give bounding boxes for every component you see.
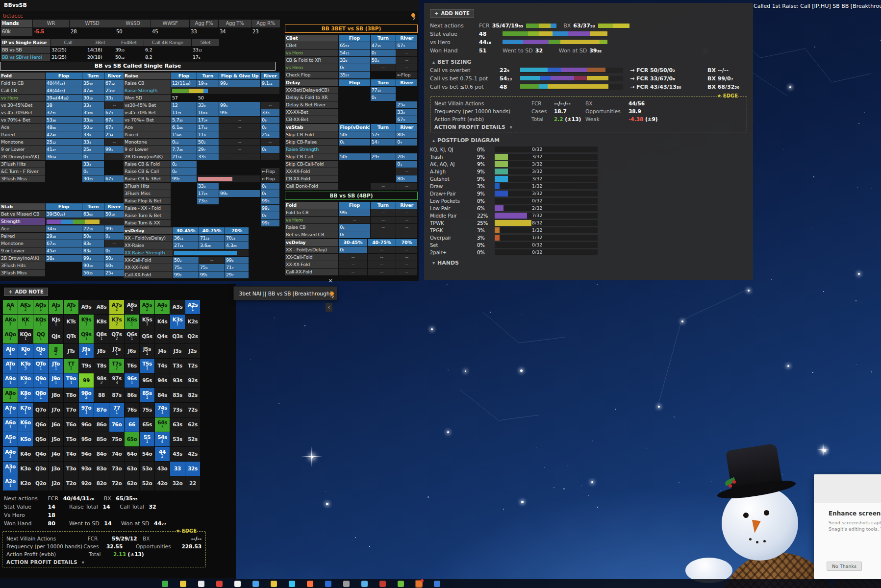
stat-cell[interactable]: 34 bbox=[219, 28, 251, 36]
stat-cell[interactable]: 11₉ bbox=[197, 131, 219, 138]
table-corner-label[interactable]: Hands bbox=[1, 20, 32, 27]
stat-cell[interactable]: 72₁₈ bbox=[82, 225, 104, 232]
stat-cell[interactable]: 12 bbox=[171, 102, 197, 109]
stat-cell[interactable]: 50₂ bbox=[173, 257, 199, 264]
column-header[interactable]: Turn bbox=[371, 79, 396, 86]
matrix-cell[interactable]: 42s bbox=[185, 447, 200, 461]
stat-cell[interactable]: 60₅ bbox=[104, 262, 124, 269]
matrix-cell[interactable]: A2o1 bbox=[3, 476, 18, 490]
stat-row-label[interactable]: 3Flush Miss bbox=[0, 175, 45, 182]
stat-cell[interactable]: 50₁₂ bbox=[114, 54, 144, 61]
column-header[interactable]: Flop bbox=[339, 202, 370, 209]
matrix-cell[interactable]: 83o bbox=[94, 462, 109, 476]
column-header[interactable]: 70% bbox=[396, 239, 417, 246]
stat-cell[interactable]: -5.5 bbox=[33, 28, 69, 36]
stat-row-label[interactable]: Raise CB & Call bbox=[124, 168, 171, 175]
stat-cell[interactable]: 30₁₀ bbox=[82, 95, 104, 101]
matrix-cell[interactable]: Q8s1 bbox=[94, 329, 109, 343]
matrix-cell[interactable]: K3o bbox=[18, 462, 33, 476]
stat-row-label[interactable]: Won SD bbox=[124, 95, 171, 101]
column-header[interactable]: River bbox=[104, 203, 124, 210]
column-header[interactable]: Call 4B Range bbox=[144, 39, 191, 46]
matrix-cell[interactable]: AJo1 bbox=[3, 344, 18, 358]
stat-value[interactable]: 48 bbox=[479, 31, 500, 37]
stat-cell[interactable]: 50 bbox=[197, 95, 219, 101]
matrix-cell[interactable]: T5o bbox=[64, 432, 78, 446]
matrix-cell[interactable]: 72o bbox=[109, 476, 124, 490]
stat-cell[interactable]: 99₁ bbox=[219, 190, 260, 197]
taskbar-icon-gray-app[interactable] bbox=[343, 581, 350, 587]
taskbar-icon-folder2[interactable] bbox=[271, 581, 277, 587]
matrix-cell[interactable]: 551 bbox=[140, 432, 154, 446]
matrix-cell[interactable]: Q9o1 bbox=[33, 373, 48, 388]
column-header[interactable]: Flop bbox=[171, 73, 197, 79]
matrix-cell[interactable]: AKs2 bbox=[18, 300, 33, 314]
stat-cell[interactable]: 0₁ bbox=[371, 94, 396, 101]
matrix-cell[interactable]: Q3s bbox=[170, 329, 185, 343]
stat-cell[interactable]: 54₁₃ bbox=[339, 49, 370, 56]
taskbar-icon-notepad[interactable] bbox=[198, 581, 204, 587]
matrix-cell[interactable]: T8o bbox=[64, 388, 78, 402]
stat-row-label[interactable]: vs 70%+ Bet bbox=[124, 117, 171, 123]
stat-row-label[interactable]: XX-XX-Bet bbox=[285, 109, 338, 116]
stat-row-label[interactable]: 9 or Lower bbox=[124, 146, 171, 153]
stat-row-label[interactable]: vs 45-70%Bet bbox=[0, 109, 45, 116]
matrix-cell[interactable]: 62s bbox=[185, 417, 200, 432]
stat-cell[interactable]: 83₆ bbox=[82, 240, 104, 247]
stat-cell[interactable]: 50₂ bbox=[104, 255, 124, 262]
stat-row-label[interactable]: XX-Call-Fold bbox=[124, 257, 173, 264]
table-corner-label[interactable]: Delay bbox=[285, 79, 338, 86]
matrix-cell[interactable]: K2o bbox=[18, 476, 33, 490]
stat-cell[interactable]: 25₄ bbox=[261, 131, 279, 138]
stat-cell[interactable]: 75₄ bbox=[173, 264, 199, 271]
matrix-cell[interactable]: K7o1 bbox=[18, 403, 33, 417]
matrix-cell[interactable]: QQ1 bbox=[33, 329, 48, 343]
stat-cell[interactable]: 56₂₅ bbox=[82, 270, 104, 276]
column-header[interactable]: 40-75% bbox=[199, 227, 225, 234]
stat-cell[interactable]: 50₂ bbox=[339, 131, 370, 138]
column-header[interactable]: Turn bbox=[371, 124, 396, 131]
matrix-cell[interactable]: 96s1 bbox=[125, 373, 139, 388]
stat-cell[interactable]: 33 bbox=[190, 28, 218, 36]
matrix-cell[interactable]: 65s bbox=[140, 417, 154, 432]
matrix-cell[interactable]: QTs bbox=[64, 329, 78, 343]
matrix-cell[interactable]: J9s1 bbox=[79, 344, 94, 358]
table-corner-label[interactable]: Raise bbox=[124, 73, 171, 79]
stat-row-label[interactable]: Raise CB bbox=[285, 224, 338, 231]
table-corner-label[interactable]: IP vs Single Raise bbox=[1, 39, 50, 46]
matrix-cell[interactable]: J5o bbox=[49, 432, 63, 446]
matrix-cell[interactable]: J7s1 bbox=[109, 344, 124, 358]
matrix-cell[interactable]: 64s3 bbox=[155, 417, 170, 432]
postflop-row[interactable]: KQ, KJ, QJ0%0/32 bbox=[430, 146, 747, 153]
stat-row-label[interactable]: 3Flash Miss bbox=[0, 270, 45, 276]
column-header[interactable]: 70% bbox=[225, 227, 249, 234]
stat-cell[interactable]: 35₂₀ bbox=[82, 109, 104, 116]
stat-cell[interactable]: 17₂₃ bbox=[197, 190, 219, 197]
stat-row-label[interactable]: XX-XX-Fold bbox=[285, 261, 338, 268]
stat-row-label[interactable]: Skip CB-Call bbox=[285, 153, 338, 160]
stat-cell[interactable]: 29₇ bbox=[371, 153, 396, 160]
matrix-cell[interactable]: T6s bbox=[125, 359, 139, 373]
fcr-value[interactable]: 35/47/19₆₉ bbox=[492, 23, 524, 29]
taskbar-icon-white-app[interactable] bbox=[234, 581, 241, 587]
stat-cell[interactable]: 75₄ bbox=[199, 264, 225, 271]
stat-cell[interactable]: 15₄₀ bbox=[171, 131, 197, 138]
matrix-cell[interactable]: Q8o1 bbox=[33, 388, 48, 402]
taskbar-icon-green-app2[interactable] bbox=[398, 581, 404, 587]
stat-cell[interactable]: 50₁₂ bbox=[82, 124, 104, 131]
close-icon[interactable]: ✕ bbox=[327, 277, 334, 285]
matrix-cell[interactable]: 86s bbox=[125, 388, 139, 402]
stat-cell[interactable]: 0₁ bbox=[339, 139, 370, 146]
stat-cell[interactable]: 40(44₁₈) bbox=[46, 80, 82, 87]
matrix-cell[interactable]: 42o bbox=[155, 476, 170, 490]
stat-cell[interactable]: 33₃ bbox=[396, 109, 417, 116]
stat-cell[interactable]: 12(11₁₈) bbox=[171, 80, 197, 87]
stat-cell[interactable]: 39₂₃ bbox=[114, 47, 144, 53]
hands-header[interactable]: ▾ HANDS bbox=[430, 259, 747, 267]
matrix-cell[interactable]: K5o bbox=[18, 432, 33, 446]
stat-cell[interactable]: 50₈ bbox=[82, 233, 104, 240]
stat-row-label[interactable]: Monotone bbox=[0, 139, 45, 146]
stat-row-label[interactable]: vs 30-45%Bet bbox=[0, 102, 45, 109]
pin-icon[interactable] bbox=[328, 291, 335, 298]
column-header[interactable]: WTSD bbox=[70, 20, 115, 27]
